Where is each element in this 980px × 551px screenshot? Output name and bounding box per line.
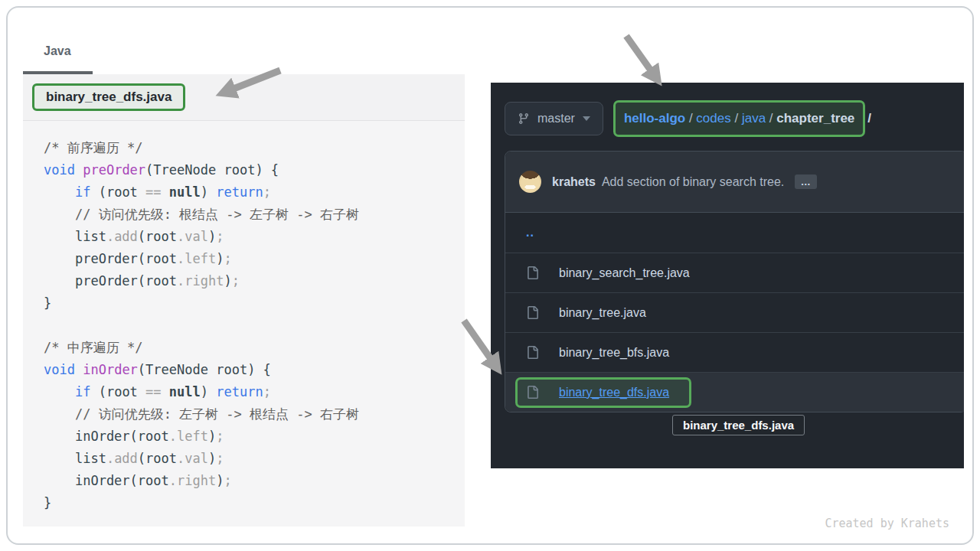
- breadcrumb-separator: /: [731, 111, 742, 126]
- code-filename: binary_tree_dfs.java: [46, 90, 172, 105]
- branch-name: master: [537, 112, 575, 126]
- code-line: // 访问优先级: 根结点 -> 左子树 -> 右子树: [44, 204, 465, 226]
- file-name: binary_search_tree.java: [559, 266, 690, 280]
- file-row-highlight-box: binary_tree_dfs.java: [515, 377, 691, 408]
- breadcrumb-item-codes[interactable]: codes: [696, 111, 730, 126]
- code-line: /* 中序遍历 */: [44, 337, 465, 359]
- file-row-binary_tree_dfs.java[interactable]: binary_tree_dfs.java: [505, 372, 964, 412]
- code-line: inOrder(root.left);: [44, 425, 465, 448]
- file-icon: [526, 386, 539, 399]
- code-block: /* 前序遍历 */void preOrder(TreeNode root) {…: [23, 121, 465, 514]
- code-line: /* 前序遍历 */: [44, 137, 465, 159]
- file-row-parent-dir[interactable]: ..: [505, 213, 964, 253]
- parent-dir-link[interactable]: ..: [526, 226, 534, 240]
- file-icon: [526, 266, 539, 279]
- breadcrumb-item-hello-algo[interactable]: hello-algo: [624, 111, 685, 126]
- code-line: inOrder(root.right);: [44, 470, 465, 492]
- code-line: if (root == null) return;: [44, 181, 465, 204]
- watermark-credit: Created by Krahets: [825, 517, 949, 530]
- branch-selector-button[interactable]: master: [505, 102, 603, 135]
- latest-commit-bar: krahets Add section of binary search tre…: [505, 152, 964, 213]
- code-line: void preOrder(TreeNode root) {: [44, 159, 465, 181]
- code-line: list.add(root.val);: [44, 448, 465, 470]
- code-line: }: [44, 292, 465, 315]
- file-icon: [526, 306, 539, 319]
- code-line: list.add(root.val);: [44, 226, 465, 248]
- breadcrumb-separator: /: [766, 111, 776, 126]
- file-icon: [526, 346, 539, 359]
- breadcrumb-trailing-slash: /: [867, 111, 871, 126]
- code-line: // 访问优先级: 左子树 -> 根结点 -> 右子树: [44, 403, 465, 425]
- code-line: [44, 315, 465, 337]
- git-branch-icon: [518, 112, 530, 125]
- code-card: binary_tree_dfs.java /* 前序遍历 */void preO…: [23, 74, 465, 527]
- breadcrumb-item-java[interactable]: java: [742, 111, 766, 126]
- code-line: preOrder(root.left);: [44, 248, 465, 270]
- breadcrumb-separator: /: [685, 111, 696, 126]
- file-row-binary_search_tree.java[interactable]: binary_search_tree.java: [505, 253, 964, 292]
- code-line: }: [44, 492, 465, 514]
- file-link-hovered[interactable]: binary_tree_dfs.java: [559, 386, 669, 399]
- breadcrumb-item-chapter_tree: chapter_tree: [776, 111, 854, 126]
- commit-author-link[interactable]: krahets: [552, 175, 596, 189]
- code-title-bar: binary_tree_dfs.java: [23, 74, 465, 121]
- file-name: binary_tree.java: [559, 306, 646, 320]
- filename-highlight-box: binary_tree_dfs.java: [32, 83, 185, 111]
- code-line: void inOrder(TreeNode root) {: [44, 359, 465, 381]
- commit-message-link[interactable]: Add section of binary search tree.: [602, 175, 784, 189]
- avatar[interactable]: [519, 171, 541, 193]
- tab-java[interactable]: Java: [44, 44, 71, 58]
- breadcrumb-highlight-box: hello-algo / codes / java / chapter_tree: [613, 100, 865, 137]
- commit-ellipsis-button[interactable]: …: [795, 174, 817, 189]
- file-row-binary_tree_bfs.java[interactable]: binary_tree_bfs.java: [505, 332, 964, 372]
- github-panel: master hello-algo / codes / java / chapt…: [491, 83, 964, 468]
- page: Java binary_tree_dfs.java /* 前序遍历 */void…: [0, 0, 980, 551]
- chevron-down-icon: [583, 116, 590, 121]
- filename-tooltip: binary_tree_dfs.java: [672, 415, 805, 435]
- file-row-binary_tree.java[interactable]: binary_tree.java: [505, 292, 964, 332]
- breadcrumb: hello-algo / codes / java / chapter_tree: [624, 111, 854, 126]
- branch-row: master hello-algo / codes / java / chapt…: [505, 100, 871, 137]
- file-browser-box: krahets Add section of binary search tre…: [505, 151, 964, 412]
- file-list: ..binary_search_tree.javabinary_tree.jav…: [505, 213, 964, 412]
- code-line: if (root == null) return;: [44, 381, 465, 403]
- file-name: binary_tree_bfs.java: [559, 346, 669, 360]
- code-line: preOrder(root.right);: [44, 270, 465, 292]
